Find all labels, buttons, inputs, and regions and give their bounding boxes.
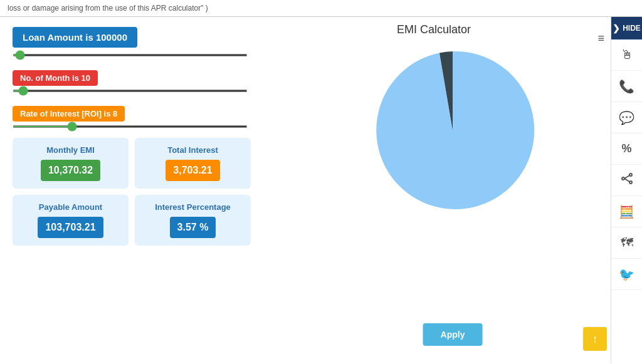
payable-amount-label: Payable Amount — [23, 202, 118, 212]
network-icon — [619, 171, 634, 189]
mouse-icon: 🖱 — [621, 48, 633, 62]
principal-slice — [376, 51, 534, 209]
scroll-up-button[interactable]: ↑ — [583, 327, 607, 351]
pie-chart — [365, 43, 540, 218]
total-interest-card: Total Interest 3,703.21 — [135, 138, 251, 189]
interest-pct-label: Interest Percentage — [145, 202, 241, 212]
map-icon: 🗺 — [621, 236, 633, 250]
hide-button[interactable]: ❯ HIDE — [611, 17, 642, 39]
monthly-emi-card: Monthly EMI 10,370.32 — [13, 138, 129, 189]
pie-chart-container — [365, 43, 540, 218]
monthly-emi-label: Monthly EMI — [23, 145, 118, 155]
total-interest-label: Total Interest — [145, 145, 241, 155]
sidebar-chat-icon[interactable]: 💬 — [611, 102, 643, 133]
top-bar-text: loss or damage arising from the use of t… — [8, 4, 208, 13]
results-row-2: Payable Amount 103,703.21 Interest Perce… — [13, 195, 251, 246]
roi-slider[interactable] — [13, 125, 248, 128]
sidebar-phone-icon[interactable]: 📞 — [611, 71, 643, 102]
results-row-1: Monthly EMI 10,370.32 Total Interest 3,7… — [13, 138, 251, 189]
month-slider-wrapper — [13, 90, 251, 92]
sidebar-twitter-icon[interactable]: 🐦 — [611, 259, 643, 290]
month-section: No. of Month is 10 — [13, 65, 251, 92]
sidebar-network-icon[interactable] — [611, 165, 643, 196]
sidebar-calculator-icon[interactable]: 🧮 — [611, 196, 643, 227]
svg-point-1 — [629, 174, 632, 176]
total-interest-value: 3,703.21 — [166, 160, 219, 181]
top-bar: loss or damage arising from the use of t… — [0, 0, 642, 17]
calculator-icon: 🧮 — [619, 204, 634, 219]
loan-slider-wrapper — [13, 54, 251, 56]
twitter-icon: 🐦 — [619, 267, 634, 282]
sidebar-percent-icon[interactable]: % — [611, 133, 643, 165]
left-panel: Loan Amount is 100000 No. of Month is 10… — [0, 17, 263, 363]
roi-slider-wrapper — [13, 125, 251, 128]
loan-section: Loan Amount is 100000 — [13, 27, 251, 56]
right-panel: EMI Calculator ≡ Apply — [263, 17, 642, 363]
svg-line-4 — [624, 179, 629, 182]
sidebar-mouse-icon[interactable]: 🖱 — [611, 39, 643, 71]
interest-pct-value: 3.57 % — [170, 217, 216, 238]
hide-label: HIDE — [623, 24, 641, 33]
results-grid: Monthly EMI 10,370.32 Total Interest 3,7… — [13, 138, 251, 246]
roi-section: Rate of Interest [ROI] is 8 — [13, 101, 251, 128]
svg-line-3 — [624, 175, 629, 179]
phone-icon: 📞 — [619, 79, 634, 94]
svg-point-2 — [629, 181, 632, 184]
percent-icon: % — [621, 142, 631, 155]
svg-point-0 — [622, 177, 624, 180]
chat-icon: 💬 — [619, 110, 634, 125]
scroll-up-icon: ↑ — [592, 333, 598, 346]
chart-title: EMI Calculator — [397, 23, 471, 36]
interest-pct-card: Interest Percentage 3.57 % — [135, 195, 251, 246]
chevron-right-icon: ❯ — [613, 23, 620, 33]
payable-amount-value: 103,703.21 — [38, 217, 103, 238]
apply-button[interactable]: Apply — [423, 323, 483, 346]
roi-label: Rate of Interest [ROI] is 8 — [13, 106, 125, 122]
menu-icon[interactable]: ≡ — [597, 32, 604, 45]
month-slider[interactable] — [13, 90, 248, 92]
sidebar-map-icon[interactable]: 🗺 — [611, 227, 643, 259]
month-label: No. of Month is 10 — [13, 70, 98, 86]
monthly-emi-value: 10,370.32 — [41, 160, 100, 181]
loan-slider[interactable] — [13, 54, 248, 56]
loan-label: Loan Amount is 100000 — [13, 27, 137, 48]
right-sidebar: ❯ HIDE 🖱 📞 💬 % — [611, 17, 642, 363]
payable-amount-card: Payable Amount 103,703.21 — [13, 195, 129, 246]
